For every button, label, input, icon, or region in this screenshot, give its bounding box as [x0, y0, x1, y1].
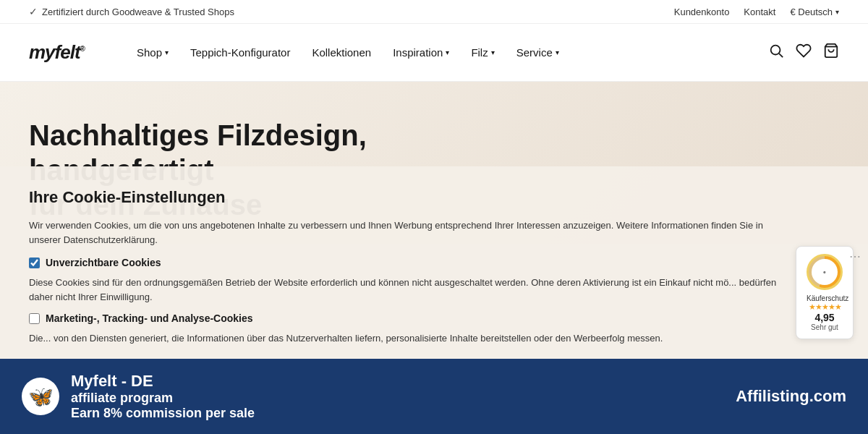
- kontakt-link[interactable]: Kontakt: [744, 7, 775, 17]
- marketing-cookies-label: Marketing-, Tracking- und Analyse-Cookie…: [46, 312, 253, 324]
- top-bar-right: Kundenkonto Kontakt € Deutsch ▾: [674, 7, 839, 17]
- affiliate-banner: 🦋 Myfelt - DE affiliate program Earn 8% …: [0, 359, 868, 434]
- wishlist-icon[interactable]: [796, 43, 812, 62]
- essential-cookies-checkbox[interactable]: [29, 258, 40, 268]
- trusted-shops-badge[interactable]: e Käuferschutz ★★★★★ 4,95 Sehr gut: [796, 246, 854, 339]
- svg-line-1: [779, 54, 783, 57]
- nav-kollektionen[interactable]: Kollektionen: [303, 41, 380, 64]
- inspiration-chevron-icon: ▾: [446, 48, 449, 56]
- logo[interactable]: myfelt®: [29, 41, 85, 64]
- nav-inspiration[interactable]: Inspiration ▾: [384, 41, 458, 64]
- essential-cookies-label: Unverzichtbare Cookies: [46, 257, 161, 268]
- trusted-kauferschutz-label: Käuferschutz: [807, 294, 843, 302]
- language-selector[interactable]: € Deutsch ▾: [790, 7, 839, 17]
- cart-icon[interactable]: [823, 43, 839, 62]
- trusted-e-label: e: [823, 270, 825, 275]
- nav-filz[interactable]: Filz ▾: [462, 41, 503, 64]
- svg-point-0: [771, 46, 780, 55]
- shop-chevron-icon: ▾: [165, 48, 169, 56]
- nav-shop-label: Shop: [137, 46, 162, 59]
- affiliate-title: Myfelt - DE: [71, 372, 255, 391]
- essential-cookies-text: Diese Cookies sind für den ordnungsgemäß…: [29, 276, 788, 304]
- more-options-icon[interactable]: ⋯: [849, 250, 861, 263]
- nav-shop[interactable]: Shop ▾: [128, 41, 177, 64]
- nav-links: Shop ▾ Teppich-Konfigurator Kollektionen…: [128, 41, 768, 64]
- search-icon[interactable]: [768, 43, 784, 62]
- service-chevron-icon: ▾: [556, 48, 559, 56]
- nav-service-label: Service: [516, 46, 553, 59]
- trusted-badge-circle: e: [807, 254, 843, 290]
- essential-cookies-row: Unverzichtbare Cookies: [29, 257, 839, 268]
- certified-text: Zertifiziert durch Goodweave & Trusted S…: [42, 7, 234, 17]
- logo-text: myfelt: [29, 41, 80, 63]
- kundenkonto-link[interactable]: Kundenkonto: [674, 7, 730, 17]
- nav-filz-label: Filz: [471, 46, 488, 59]
- trusted-inner: e: [812, 259, 838, 285]
- trusted-quality-label: Sehr gut: [807, 323, 843, 331]
- filz-chevron-icon: ▾: [491, 48, 495, 56]
- lang-chevron-icon: ▾: [835, 8, 839, 16]
- logo-sup: ®: [80, 45, 85, 53]
- affiliate-subtitle: affiliate program: [71, 391, 255, 406]
- nav-kollektionen-label: Kollektionen: [312, 46, 371, 59]
- check-icon: ✓: [29, 6, 38, 17]
- trusted-stars: ★★★★★: [807, 302, 843, 312]
- marketing-cookies-row: Marketing-, Tracking- und Analyse-Cookie…: [29, 312, 839, 324]
- cookie-title: Ihre Cookie-Einstellungen: [29, 188, 839, 207]
- nav-konfigurator-label: Teppich-Konfigurator: [190, 46, 290, 59]
- top-bar: ✓ Zertifiziert durch Goodweave & Trusted…: [0, 0, 868, 24]
- marketing-cookies-text: Die... von den Diensten generiert, die I…: [29, 331, 788, 346]
- nav-icons: [768, 43, 839, 62]
- nav-service[interactable]: Service ▾: [508, 41, 568, 64]
- affiliate-text-block: Myfelt - DE affiliate program Earn 8% co…: [71, 372, 255, 421]
- affiliate-commission: Earn 8% commission per sale: [71, 406, 255, 421]
- main-nav: myfelt® Shop ▾ Teppich-Konfigurator Koll…: [0, 24, 868, 82]
- trusted-score: 4,95: [807, 312, 843, 323]
- cookie-intro-text: Wir verwenden Cookies, um die von uns an…: [29, 218, 788, 247]
- nav-inspiration-label: Inspiration: [393, 46, 443, 59]
- certified-text-container: ✓ Zertifiziert durch Goodweave & Trusted…: [29, 6, 234, 17]
- nav-konfigurator[interactable]: Teppich-Konfigurator: [182, 41, 299, 64]
- currency-label: € Deutsch: [790, 7, 833, 17]
- marketing-cookies-checkbox[interactable]: [29, 313, 40, 324]
- affiliate-site[interactable]: Affilisting.com: [736, 387, 846, 406]
- affiliate-logo: 🦋: [22, 378, 59, 415]
- butterfly-icon: 🦋: [28, 385, 54, 409]
